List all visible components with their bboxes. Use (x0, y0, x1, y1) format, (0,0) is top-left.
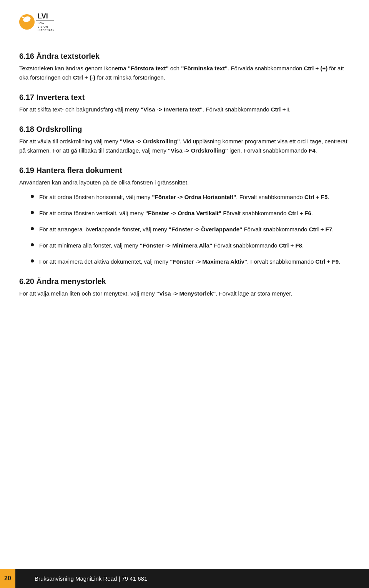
section-616-para1: Textstorleken kan ändras genom ikonerna … (19, 64, 350, 82)
shortcut-ctrl-f6: Ctrl + F6 (288, 210, 311, 216)
bullet-text-3: För att arrangera överlappande fönster, … (39, 225, 350, 234)
section-618: 6.18 Ordskrolling För att växla till ord… (19, 125, 350, 155)
menu-visa-ordskrolling: "Visa -> Ordskrolling" (120, 138, 180, 145)
bullet-dot-3 (31, 227, 34, 230)
list-item-minimera: För att minimera alla fönster, välj meny… (31, 241, 350, 250)
section-617-title: 6.17 Invertera text (19, 93, 350, 102)
shortcut-ctrl-f8: Ctrl + F8 (279, 242, 302, 249)
menu-fonster-ordna-horisontelt: "Fönster -> Ordna Horisontelt" (152, 194, 236, 200)
footer-text: Bruksanvisning MagniLink Read | 79 41 68… (35, 575, 147, 582)
section-617-body: För att skifta text- och bakgrundsfärg v… (19, 105, 350, 114)
bullet-text-4: För att minimera alla fönster, välj meny… (39, 241, 350, 250)
bullet-text-5: För att maximera det aktiva dokumentet, … (39, 257, 350, 266)
section-620: 6.20 Ändra menystorlek För att välja mel… (19, 277, 350, 298)
list-item-vertikalt: För att ordna fönstren vertikalt, välj m… (31, 209, 350, 218)
section-620-title: 6.20 Ändra menystorlek (19, 277, 350, 286)
list-item-horisontalt: För att ordna fönstren horisontalt, välj… (31, 193, 350, 202)
svg-text:VISION: VISION (38, 25, 48, 28)
shortcut-ctrl-i: Ctrl + I (271, 106, 289, 113)
text-forminska: "Förminska text" (181, 65, 228, 71)
menu-visa-invertera: "Visa -> Invertera text" (141, 106, 203, 113)
section-619: 6.19 Hantera flera dokument Användaren k… (19, 166, 350, 266)
menu-visa-ordskrolling-igen: "Visa -> Ordskrolling" (168, 147, 228, 154)
section-618-body: För att växla till ordskrollning välj me… (19, 137, 350, 155)
shortcut-ctrl-f7: Ctrl + F7 (309, 226, 332, 233)
bullet-dot-4 (31, 243, 34, 246)
section-616: 6.16 Ändra textstorlek Textstorleken kan… (19, 52, 350, 82)
list-item-maximera: För att maximera det aktiva dokumentet, … (31, 257, 350, 266)
page-container: LVI LOW VISION INTERNATIONAL 6.16 Ändra … (0, 0, 369, 340)
footer: 20 Bruksanvisning MagniLink Read | 79 41… (0, 569, 369, 588)
shortcut-ctrl-f9: Ctrl + F9 (316, 258, 339, 265)
header: LVI LOW VISION INTERNATIONAL (19, 12, 350, 37)
footer-page-number: 20 (0, 569, 15, 588)
bullet-text-1: För att ordna fönstren horisontalt, välj… (39, 193, 350, 202)
section-618-title: 6.18 Ordskrolling (19, 125, 350, 134)
svg-text:LOW: LOW (38, 22, 44, 25)
section-619-title: 6.19 Hantera flera dokument (19, 166, 350, 175)
shortcut-ctrl-minus: Ctrl + (-) (73, 74, 95, 81)
section-616-title: 6.16 Ändra textstorlek (19, 52, 350, 61)
menu-fonster-minimera-alla: "Fönster -> Minimera Alla" (140, 242, 212, 249)
section-620-body: För att välja mellan liten och stor meny… (19, 289, 350, 298)
bullet-dot-1 (31, 195, 34, 198)
menu-fonster-ordna-vertikalt: "Fönster -> Ordna Vertikalt" (145, 210, 221, 216)
text-forstora: "Förstora text" (128, 65, 169, 71)
shortcut-ctrl-plus: Ctrl + (+) (304, 65, 328, 71)
svg-text:INTERNATIONAL: INTERNATIONAL (38, 29, 54, 32)
shortcut-ctrl-f5: Ctrl + F5 (304, 194, 327, 200)
menu-fonster-maximera-aktiv: "Fönster -> Maximera Aktiv" (170, 258, 247, 265)
section-618-para1: För att växla till ordskrollning välj me… (19, 137, 350, 155)
section-617: 6.17 Invertera text För att skifta text-… (19, 93, 350, 114)
menu-visa-menystorlek: "Visa -> Menystorlek" (156, 290, 216, 297)
menu-fonster-overlappande: "Fönster -> Överlappande" (169, 226, 242, 233)
section-619-body: Användaren kan ändra layouten på de olik… (19, 178, 350, 266)
section-617-para1: För att skifta text- och bakgrundsfärg v… (19, 105, 350, 114)
list-item-overlappande: För att arrangera överlappande fönster, … (31, 225, 350, 234)
section-620-para1: För att välja mellan liten och stor meny… (19, 289, 350, 298)
section-619-list: För att ordna fönstren horisontalt, välj… (31, 193, 350, 266)
lvi-logo: LVI LOW VISION INTERNATIONAL (19, 12, 54, 33)
bullet-dot-5 (31, 259, 34, 262)
bullet-text-2: För att ordna fönstren vertikalt, välj m… (39, 209, 350, 218)
svg-text:LVI: LVI (38, 12, 48, 20)
bullet-dot-2 (31, 211, 34, 214)
section-619-intro: Användaren kan ändra layouten på de olik… (19, 178, 350, 187)
section-616-body: Textstorleken kan ändras genom ikonerna … (19, 64, 350, 82)
shortcut-f4: F4 (309, 147, 316, 154)
